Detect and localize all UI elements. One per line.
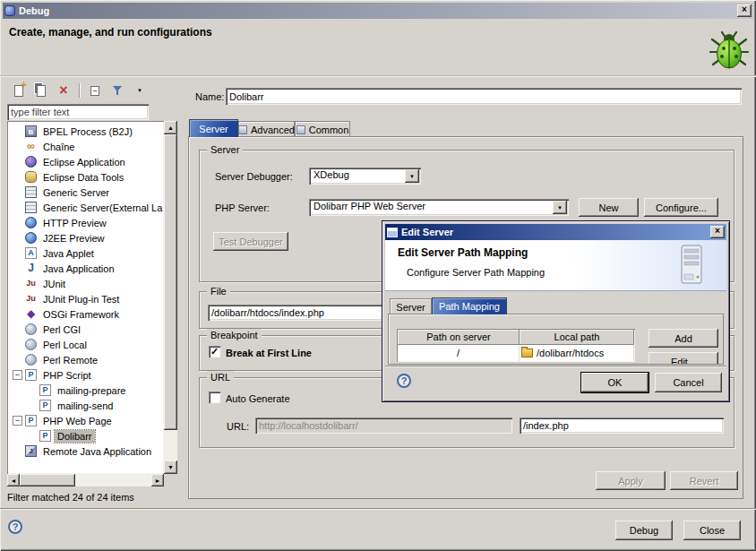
scroll-up-icon[interactable]: ▲: [164, 121, 177, 134]
dropdown-arrow-icon[interactable]: [405, 169, 419, 183]
help-icon[interactable]: [8, 520, 22, 534]
tree-item-java-application[interactable]: JJava Application: [9, 261, 164, 276]
filter-dropdown-arrow-icon[interactable]: [130, 82, 150, 99]
tree-item-generic-server-external-la[interactable]: Generic Server(External La: [9, 200, 164, 215]
filter-icon[interactable]: [107, 82, 127, 99]
server-debugger-label: Server Debugger:: [215, 171, 293, 182]
tree-item-http-preview[interactable]: HTTP Preview: [9, 215, 164, 230]
tree-item-label: J2EE Preview: [40, 232, 107, 245]
titlebar[interactable]: Debug: [3, 3, 753, 19]
expander-spacer: [13, 187, 22, 197]
new-configuration-icon[interactable]: [9, 82, 29, 99]
tree-item-label: PHP Web Page: [40, 415, 115, 427]
tree-item-perl-cgi[interactable]: Perl CGI: [9, 322, 164, 337]
tree-horizontal-scrollbar[interactable]: ◄ ►: [7, 474, 164, 486]
eclipse-data-tools-icon: [25, 171, 37, 183]
scroll-right-icon[interactable]: ►: [151, 474, 164, 486]
tree-item-label: Eclipse Application: [40, 156, 128, 168]
tree-item-label: Generic Server(External La: [40, 202, 164, 214]
path-mapping-table[interactable]: Path on server Local path / /dolibarr/ht…: [397, 329, 635, 362]
tab-advanced-icon: [238, 125, 247, 134]
dialog-titlebar[interactable]: Edit Server: [385, 224, 726, 240]
expander-spacer: [27, 431, 37, 441]
collapse-expander-icon[interactable]: −: [13, 416, 22, 426]
collapse-expander-icon[interactable]: −: [13, 370, 22, 380]
tree-item-cha-ne[interactable]: ∞Chaîne: [9, 139, 164, 154]
tree-item-perl-local[interactable]: Perl Local: [9, 337, 164, 352]
filter-input[interactable]: [7, 104, 149, 120]
header-text: Create, manage, and run configurations: [9, 26, 212, 39]
eclipse-application-icon: [25, 156, 37, 168]
tree-item-php-web-page[interactable]: −PPHP Web Page: [9, 413, 164, 428]
table-row[interactable]: / /dolibarr/htdocs: [398, 345, 634, 361]
dialog-close-icon[interactable]: [710, 226, 725, 238]
tab-label: Server: [396, 302, 425, 313]
config-tree[interactable]: BBPEL Process (B2J)∞ChaîneEclipse Applic…: [7, 121, 164, 474]
tree-vertical-scrollbar[interactable]: ▲ ▼: [164, 121, 177, 474]
url-path-input[interactable]: [520, 418, 724, 434]
scroll-thumb[interactable]: [164, 134, 177, 430]
tab-server[interactable]: Server: [189, 119, 238, 137]
dialog-tab-content: Path on server Local path / /dolibarr/ht…: [388, 314, 724, 365]
php-script-icon: P: [25, 369, 37, 381]
tree-item-osgi-framework[interactable]: ◆OSGi Framework: [9, 306, 164, 322]
tree-item-junit[interactable]: JuJUnit: [9, 276, 164, 291]
tree-item-eclipse-application[interactable]: Eclipse Application: [9, 154, 164, 169]
collapse-all-icon[interactable]: −: [85, 82, 105, 99]
name-input[interactable]: [226, 88, 742, 105]
column-header-local-path[interactable]: Local path: [520, 330, 634, 345]
auto-generate-checkbox[interactable]: [209, 392, 220, 403]
url-label: URL:: [227, 421, 249, 432]
column-header-path-on-server[interactable]: Path on server: [398, 330, 520, 345]
base-url-input[interactable]: [255, 418, 512, 434]
tree-item-junit-plug-in-test[interactable]: JuJUnit Plug-in Test: [9, 291, 164, 306]
dropdown-arrow-icon[interactable]: [553, 201, 567, 214]
dialog-tab-server[interactable]: Server: [390, 298, 432, 314]
tree-item-eclipse-data-tools[interactable]: Eclipse Data Tools: [9, 169, 164, 185]
folder-icon: [521, 349, 533, 357]
tab-label: Common: [309, 125, 349, 135]
dialog-tab-path-mapping[interactable]: Path Mapping: [432, 297, 507, 314]
edit-button[interactable]: Edit...: [649, 352, 718, 365]
tab-common[interactable]: Common: [295, 121, 350, 137]
test-debugger-button[interactable]: Test Debugger: [213, 232, 288, 251]
configure-button[interactable]: Configure...: [644, 198, 718, 217]
tab-advanced[interactable]: Advanced: [238, 121, 295, 137]
breakpoint-group-title: Breakpoint: [207, 329, 262, 341]
new-server-button[interactable]: New: [579, 198, 639, 217]
perl-cgi-icon: [25, 323, 37, 335]
break-at-first-line-checkbox[interactable]: ✓: [209, 346, 220, 357]
scroll-left-icon[interactable]: ◄: [7, 474, 20, 486]
tree-item-j2ee-preview[interactable]: J2EE Preview: [9, 230, 164, 245]
close-icon[interactable]: [737, 4, 752, 17]
debug-button[interactable]: Debug: [615, 521, 673, 540]
j2ee-preview-icon: [25, 232, 37, 244]
revert-button[interactable]: Revert: [670, 471, 738, 490]
tree-item-java-applet[interactable]: AJava Applet: [9, 245, 164, 261]
tree-item-generic-server[interactable]: Generic Server: [9, 185, 164, 200]
tree-item-dolibarr[interactable]: PDolibarr: [9, 428, 164, 443]
apply-button[interactable]: Apply: [596, 471, 666, 490]
tree-item-label: OSGi Framework: [40, 308, 122, 321]
delete-configuration-icon[interactable]: [54, 82, 73, 99]
tree-item-php-script[interactable]: −PPHP Script: [9, 367, 164, 383]
scroll-thumb[interactable]: [20, 474, 75, 486]
tree-item-bpel-process-b2j[interactable]: BBPEL Process (B2J): [9, 124, 164, 139]
tab-label: Path Mapping: [439, 301, 500, 312]
chain-icon: ∞: [25, 141, 37, 152]
tree-item-mailing-prepare[interactable]: Pmailing-prepare: [9, 383, 164, 398]
dialog-help-icon[interactable]: [397, 374, 411, 388]
window-icon: [4, 5, 15, 16]
duplicate-configuration-icon[interactable]: [31, 82, 51, 99]
close-button[interactable]: Close: [683, 521, 741, 540]
add-button[interactable]: Add: [649, 329, 718, 348]
scroll-down-icon[interactable]: ▼: [164, 461, 177, 474]
tree-item-mailing-send[interactable]: Pmailing-send: [9, 398, 164, 413]
ok-button[interactable]: OK: [581, 373, 649, 392]
php-server-combo[interactable]: Dolibarr PHP Web Server: [309, 199, 569, 216]
tree-item-remote-java-application[interactable]: JRemote Java Application: [9, 443, 164, 459]
cancel-button[interactable]: Cancel: [655, 373, 722, 392]
server-debugger-combo[interactable]: XDebug: [309, 168, 421, 185]
tab-label: Server: [199, 124, 228, 134]
tree-item-perl-remote[interactable]: Perl Remote: [9, 352, 164, 367]
